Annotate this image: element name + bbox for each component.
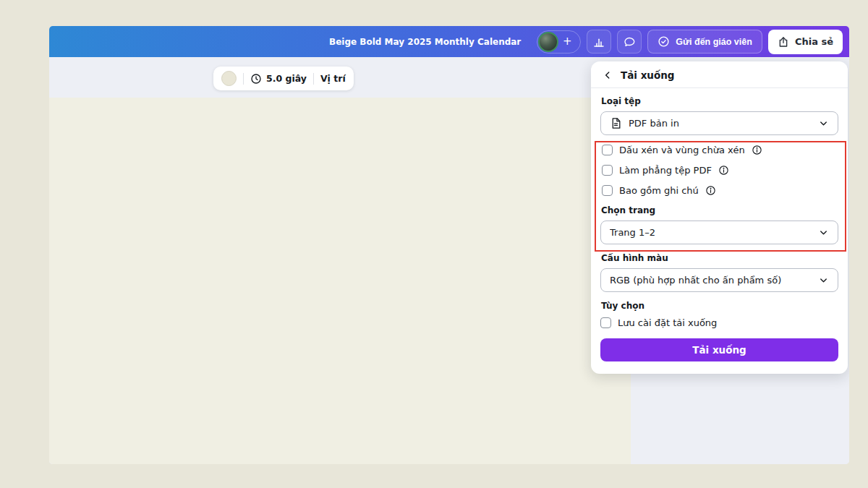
options-section-label: Tùy chọn: [601, 301, 838, 311]
send-to-teacher-label: Gửi đến giáo viên: [676, 37, 752, 47]
user-avatar[interactable]: [538, 32, 558, 52]
position-button[interactable]: Vị trí: [320, 73, 346, 84]
insights-button[interactable]: [587, 30, 611, 53]
file-type-value: PDF bản in: [629, 118, 812, 129]
download-button[interactable]: Tải xuống: [600, 338, 838, 361]
context-toolbar: 5.0 giây Vị trí: [213, 67, 354, 90]
design-canvas-page[interactable]: [49, 98, 631, 464]
share-button[interactable]: Chia sẻ: [768, 30, 843, 54]
share-upload-icon: [778, 36, 789, 48]
panel-header: Tải xuống: [591, 61, 848, 88]
clock-icon: [250, 73, 262, 85]
back-chevron-icon[interactable]: [603, 70, 613, 80]
info-icon[interactable]: [705, 185, 716, 196]
page-select-value: Trang 1–2: [610, 227, 812, 238]
toolbar-divider: [313, 73, 314, 85]
page-select-label: Chọn trang: [601, 205, 838, 215]
duration-control[interactable]: 5.0 giây: [250, 73, 307, 85]
file-type-label: Loại tệp: [601, 96, 838, 106]
app-window: Beige Bold May 2025 Monthly Calendar +: [49, 26, 849, 464]
include-notes-label: Bao gồm ghi chú: [619, 185, 699, 196]
include-notes-option[interactable]: Bao gồm ghi chú: [602, 184, 837, 197]
screenshot-stage: Beige Bold May 2025 Monthly Calendar +: [0, 0, 868, 488]
duration-value: 5.0 giây: [266, 73, 307, 84]
color-profile-label: Cấu hình màu: [601, 253, 838, 263]
file-type-dropdown[interactable]: PDF bản in: [600, 111, 838, 135]
color-profile-value: RGB (phù hợp nhất cho ấn phẩm số): [610, 275, 812, 286]
panel-body: Loại tệp PDF bản in: [591, 88, 848, 361]
chevron-down-icon: [818, 227, 829, 238]
flatten-pdf-checkbox[interactable]: [602, 165, 613, 176]
save-settings-label: Lưu cài đặt tải xuống: [618, 317, 717, 328]
color-swatch[interactable]: [221, 71, 237, 86]
include-notes-checkbox[interactable]: [602, 185, 613, 196]
flatten-pdf-option[interactable]: Làm phẳng tệp PDF: [602, 163, 837, 176]
check-circle-icon: [658, 35, 670, 48]
document-title: Beige Bold May 2025 Monthly Calendar: [329, 37, 521, 47]
chevron-down-icon: [818, 118, 829, 129]
toolbar-divider: [243, 73, 244, 85]
download-panel: Tải xuống Loại tệp PDF bản in: [591, 61, 848, 374]
crop-marks-checkbox[interactable]: [602, 145, 613, 155]
color-profile-dropdown[interactable]: RGB (phù hợp nhất cho ấn phẩm số): [600, 268, 838, 292]
editor-area: 5.0 giây Vị trí Tải xuống: [49, 57, 849, 464]
info-icon[interactable]: [718, 165, 729, 176]
chevron-down-icon: [818, 275, 829, 286]
pdf-file-icon: [610, 117, 622, 129]
send-to-teacher-button[interactable]: Gửi đến giáo viên: [647, 30, 762, 53]
print-options: Dấu xén và vùng chừa xén Làm phẳng tệp P…: [602, 143, 837, 197]
page-select-dropdown[interactable]: Trang 1–2: [600, 221, 838, 244]
comment-bubble-icon: [623, 35, 636, 48]
flatten-pdf-label: Làm phẳng tệp PDF: [619, 165, 712, 176]
info-icon[interactable]: [752, 145, 762, 155]
save-settings-checkbox[interactable]: [600, 317, 611, 328]
save-settings-option[interactable]: Lưu cài đặt tải xuống: [600, 316, 838, 329]
bar-chart-icon: [592, 35, 605, 48]
collaborator-group: +: [537, 30, 581, 53]
share-label: Chia sẻ: [795, 36, 833, 47]
panel-title: Tải xuống: [621, 69, 675, 81]
position-label: Vị trí: [320, 73, 346, 84]
top-bar: Beige Bold May 2025 Monthly Calendar +: [49, 26, 849, 57]
add-member-button[interactable]: +: [560, 35, 574, 49]
crop-marks-label: Dấu xén và vùng chừa xén: [619, 145, 745, 155]
crop-marks-option[interactable]: Dấu xén và vùng chừa xén: [602, 143, 837, 156]
comments-button[interactable]: [617, 30, 642, 53]
